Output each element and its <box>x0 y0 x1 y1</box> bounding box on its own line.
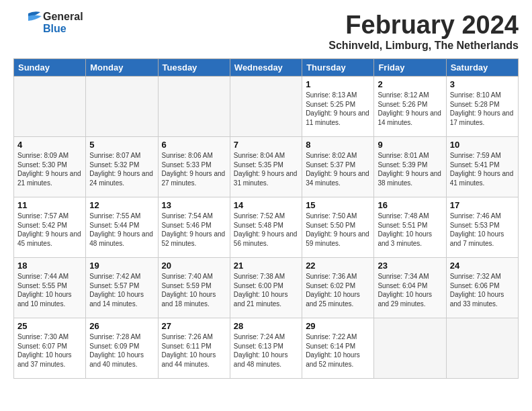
calendar-cell: 26Sunrise: 7:28 AMSunset: 6:09 PMDayligh… <box>86 318 158 379</box>
day-detail: Sunrise: 7:34 AMSunset: 6:04 PMDaylight:… <box>378 272 442 308</box>
calendar-cell: 29Sunrise: 7:22 AMSunset: 6:14 PMDayligh… <box>302 318 374 379</box>
day-number: 11 <box>17 200 82 210</box>
calendar-cell <box>230 77 302 137</box>
calendar-cell: 19Sunrise: 7:42 AMSunset: 5:57 PMDayligh… <box>86 258 158 318</box>
day-detail: Sunrise: 7:50 AMSunset: 5:50 PMDaylight:… <box>306 212 370 248</box>
day-detail: Sunrise: 7:28 AMSunset: 6:09 PMDaylight:… <box>89 332 154 369</box>
logo-blue-text: Blue <box>43 23 83 35</box>
day-number: 21 <box>234 261 298 271</box>
day-detail: Sunrise: 7:22 AMSunset: 6:14 PMDaylight:… <box>306 332 370 369</box>
calendar-cell: 8Sunrise: 8:02 AMSunset: 5:37 PMDaylight… <box>302 137 374 197</box>
calendar-cell <box>14 77 86 137</box>
day-number: 8 <box>306 140 370 150</box>
day-detail: Sunrise: 7:32 AMSunset: 6:06 PMDaylight:… <box>450 272 515 308</box>
day-number: 1 <box>306 79 370 89</box>
calendar-cell <box>158 77 230 137</box>
day-number: 20 <box>162 261 226 271</box>
calendar-cell: 16Sunrise: 7:48 AMSunset: 5:51 PMDayligh… <box>374 197 446 258</box>
col-tuesday: Tuesday <box>158 59 230 77</box>
calendar-cell: 18Sunrise: 7:44 AMSunset: 5:55 PMDayligh… <box>14 258 86 318</box>
logo: General Blue <box>13 11 83 34</box>
calendar-cell: 2Sunrise: 8:12 AMSunset: 5:26 PMDaylight… <box>374 77 446 137</box>
calendar-week-1: 1Sunrise: 8:13 AMSunset: 5:25 PMDaylight… <box>14 77 519 137</box>
calendar-cell: 9Sunrise: 8:01 AMSunset: 5:39 PMDaylight… <box>374 137 446 197</box>
header: General Blue February 2024 Schinveld, Li… <box>13 11 519 52</box>
col-wednesday: Wednesday <box>230 59 302 77</box>
day-number: 29 <box>306 321 370 331</box>
calendar-cell: 21Sunrise: 7:38 AMSunset: 6:00 PMDayligh… <box>230 258 302 318</box>
calendar-cell: 15Sunrise: 7:50 AMSunset: 5:50 PMDayligh… <box>302 197 374 258</box>
calendar-cell: 22Sunrise: 7:36 AMSunset: 6:02 PMDayligh… <box>302 258 374 318</box>
calendar-cell: 10Sunrise: 7:59 AMSunset: 5:41 PMDayligh… <box>446 137 518 197</box>
day-detail: Sunrise: 7:40 AMSunset: 5:59 PMDaylight:… <box>162 272 226 308</box>
calendar-cell: 3Sunrise: 8:10 AMSunset: 5:28 PMDaylight… <box>446 77 518 137</box>
day-number: 18 <box>17 261 82 271</box>
calendar-week-2: 4Sunrise: 8:09 AMSunset: 5:30 PMDaylight… <box>14 137 519 197</box>
day-detail: Sunrise: 8:01 AMSunset: 5:39 PMDaylight:… <box>378 151 442 187</box>
day-detail: Sunrise: 7:52 AMSunset: 5:48 PMDaylight:… <box>234 212 298 248</box>
day-number: 14 <box>234 200 298 210</box>
day-number: 3 <box>450 79 515 89</box>
day-number: 16 <box>378 200 442 210</box>
calendar-cell: 1Sunrise: 8:13 AMSunset: 5:25 PMDaylight… <box>302 77 374 137</box>
calendar-cell: 6Sunrise: 8:06 AMSunset: 5:33 PMDaylight… <box>158 137 230 197</box>
calendar-cell: 20Sunrise: 7:40 AMSunset: 5:59 PMDayligh… <box>158 258 230 318</box>
location: Schinveld, Limburg, The Netherlands <box>328 40 519 52</box>
day-detail: Sunrise: 7:46 AMSunset: 5:53 PMDaylight:… <box>450 212 515 248</box>
day-number: 5 <box>89 140 154 150</box>
day-detail: Sunrise: 7:38 AMSunset: 6:00 PMDaylight:… <box>234 272 298 308</box>
calendar-cell: 11Sunrise: 7:57 AMSunset: 5:42 PMDayligh… <box>14 197 86 258</box>
day-detail: Sunrise: 8:04 AMSunset: 5:35 PMDaylight:… <box>234 151 298 187</box>
day-number: 23 <box>378 261 442 271</box>
day-detail: Sunrise: 8:09 AMSunset: 5:30 PMDaylight:… <box>17 151 82 187</box>
day-detail: Sunrise: 7:57 AMSunset: 5:42 PMDaylight:… <box>17 212 82 248</box>
calendar-cell <box>86 77 158 137</box>
calendar-week-3: 11Sunrise: 7:57 AMSunset: 5:42 PMDayligh… <box>14 197 519 258</box>
calendar-cell: 5Sunrise: 8:07 AMSunset: 5:32 PMDaylight… <box>86 137 158 197</box>
day-number: 19 <box>89 261 154 271</box>
calendar-cell: 28Sunrise: 7:24 AMSunset: 6:13 PMDayligh… <box>230 318 302 379</box>
day-detail: Sunrise: 7:54 AMSunset: 5:46 PMDaylight:… <box>162 212 226 248</box>
day-number: 28 <box>234 321 298 331</box>
calendar-cell: 13Sunrise: 7:54 AMSunset: 5:46 PMDayligh… <box>158 197 230 258</box>
day-number: 9 <box>378 140 442 150</box>
calendar-cell <box>374 318 446 379</box>
day-detail: Sunrise: 8:02 AMSunset: 5:37 PMDaylight:… <box>306 151 370 187</box>
col-monday: Monday <box>86 59 158 77</box>
day-detail: Sunrise: 7:55 AMSunset: 5:44 PMDaylight:… <box>89 212 154 248</box>
day-number: 15 <box>306 200 370 210</box>
calendar-week-4: 18Sunrise: 7:44 AMSunset: 5:55 PMDayligh… <box>14 258 519 318</box>
day-number: 27 <box>162 321 226 331</box>
day-number: 4 <box>17 140 82 150</box>
day-number: 22 <box>306 261 370 271</box>
logo-bird-icon <box>13 11 43 34</box>
col-thursday: Thursday <box>302 59 374 77</box>
day-number: 7 <box>234 140 298 150</box>
calendar-cell: 14Sunrise: 7:52 AMSunset: 5:48 PMDayligh… <box>230 197 302 258</box>
col-saturday: Saturday <box>446 59 518 77</box>
calendar-cell: 25Sunrise: 7:30 AMSunset: 6:07 PMDayligh… <box>14 318 86 379</box>
day-detail: Sunrise: 7:24 AMSunset: 6:13 PMDaylight:… <box>234 332 298 369</box>
calendar-cell: 23Sunrise: 7:34 AMSunset: 6:04 PMDayligh… <box>374 258 446 318</box>
day-number: 2 <box>378 79 442 89</box>
day-number: 12 <box>89 200 154 210</box>
calendar-cell: 17Sunrise: 7:46 AMSunset: 5:53 PMDayligh… <box>446 197 518 258</box>
day-detail: Sunrise: 8:10 AMSunset: 5:28 PMDaylight:… <box>450 91 515 127</box>
day-detail: Sunrise: 7:42 AMSunset: 5:57 PMDaylight:… <box>89 272 154 308</box>
day-detail: Sunrise: 8:07 AMSunset: 5:32 PMDaylight:… <box>89 151 154 187</box>
day-number: 24 <box>450 261 515 271</box>
calendar-cell: 24Sunrise: 7:32 AMSunset: 6:06 PMDayligh… <box>446 258 518 318</box>
day-detail: Sunrise: 7:44 AMSunset: 5:55 PMDaylight:… <box>17 272 82 308</box>
day-detail: Sunrise: 7:30 AMSunset: 6:07 PMDaylight:… <box>17 332 82 369</box>
calendar-cell <box>446 318 518 379</box>
calendar-cell: 12Sunrise: 7:55 AMSunset: 5:44 PMDayligh… <box>86 197 158 258</box>
calendar-table: Sunday Monday Tuesday Wednesday Thursday… <box>13 58 519 379</box>
calendar-cell: 27Sunrise: 7:26 AMSunset: 6:11 PMDayligh… <box>158 318 230 379</box>
day-number: 26 <box>89 321 154 331</box>
calendar-week-5: 25Sunrise: 7:30 AMSunset: 6:07 PMDayligh… <box>14 318 519 379</box>
day-detail: Sunrise: 7:59 AMSunset: 5:41 PMDaylight:… <box>450 151 515 187</box>
month-title: February 2024 <box>328 11 519 40</box>
calendar-header-row: Sunday Monday Tuesday Wednesday Thursday… <box>14 59 519 77</box>
col-sunday: Sunday <box>14 59 86 77</box>
title-block: February 2024 Schinveld, Limburg, The Ne… <box>328 11 519 52</box>
